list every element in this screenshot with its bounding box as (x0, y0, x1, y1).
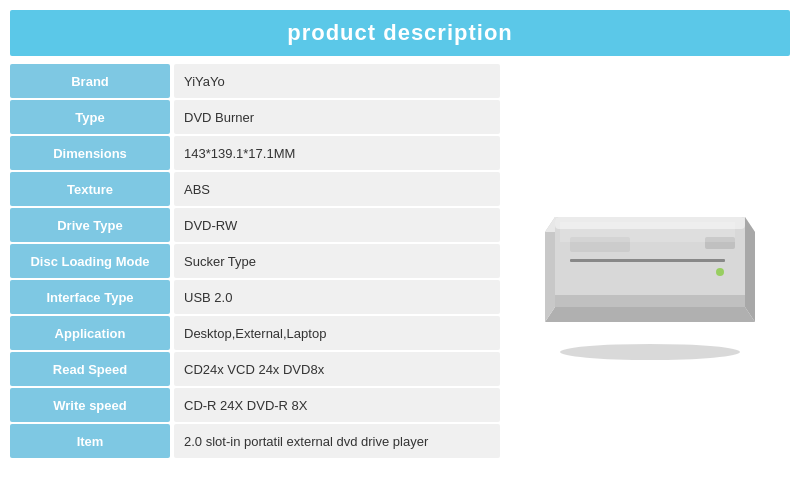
spec-value: YiYaYo (174, 64, 500, 98)
content-area: BrandYiYaYoTypeDVD BurnerDimensions143*1… (10, 64, 790, 460)
spec-value: ABS (174, 172, 500, 206)
spec-value: USB 2.0 (174, 280, 500, 314)
spec-value: CD-R 24X DVD-R 8X (174, 388, 500, 422)
spec-label: Application (10, 316, 170, 350)
spec-label: Type (10, 100, 170, 134)
spec-label: Disc Loading Mode (10, 244, 170, 278)
main-container: product description BrandYiYaYoTypeDVD B… (0, 0, 800, 500)
table-row: Disc Loading ModeSucker Type (10, 244, 500, 278)
spec-value: 143*139.1*17.1MM (174, 136, 500, 170)
svg-rect-4 (570, 259, 725, 262)
product-image-section (500, 64, 790, 460)
product-description-header: product description (10, 10, 790, 56)
specs-table: BrandYiYaYoTypeDVD BurnerDimensions143*1… (10, 64, 500, 460)
table-row: Interface TypeUSB 2.0 (10, 280, 500, 314)
spec-label: Interface Type (10, 280, 170, 314)
table-row: Read SpeedCD24x VCD 24x DVD8x (10, 352, 500, 386)
spec-label: Brand (10, 64, 170, 98)
svg-rect-3 (555, 295, 745, 307)
table-row: Dimensions143*139.1*17.1MM (10, 136, 500, 170)
spec-value: 2.0 slot-in portatil external dvd drive … (174, 424, 500, 458)
table-row: BrandYiYaYo (10, 64, 500, 98)
spec-value: DVD-RW (174, 208, 500, 242)
table-row: Drive TypeDVD-RW (10, 208, 500, 242)
table-row: ApplicationDesktop,External,Laptop (10, 316, 500, 350)
spec-value: Desktop,External,Laptop (174, 316, 500, 350)
spec-label: Dimensions (10, 136, 170, 170)
spec-label: Read Speed (10, 352, 170, 386)
spec-value: Sucker Type (174, 244, 500, 278)
spec-label: Item (10, 424, 170, 458)
table-row: Item2.0 slot-in portatil external dvd dr… (10, 424, 500, 458)
spec-label: Drive Type (10, 208, 170, 242)
header-title: product description (287, 20, 513, 45)
table-row: TextureABS (10, 172, 500, 206)
svg-point-0 (560, 344, 740, 360)
spec-value: CD24x VCD 24x DVD8x (174, 352, 500, 386)
svg-point-6 (716, 268, 724, 276)
table-row: Write speedCD-R 24X DVD-R 8X (10, 388, 500, 422)
spec-label: Texture (10, 172, 170, 206)
dvd-drive-image (535, 152, 765, 372)
spec-value: DVD Burner (174, 100, 500, 134)
spec-label: Write speed (10, 388, 170, 422)
table-row: TypeDVD Burner (10, 100, 500, 134)
